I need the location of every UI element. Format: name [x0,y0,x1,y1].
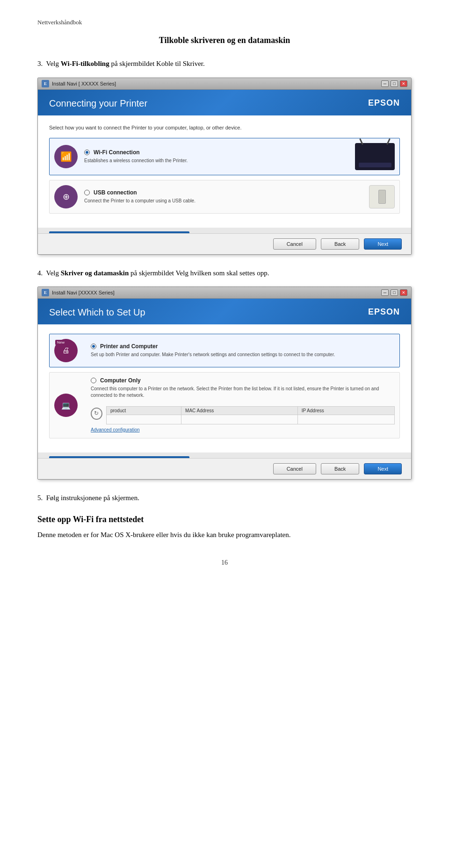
section-heading: Sette opp Wi-Fi fra nettstedet [37,515,412,524]
step4-text: 4. Velg Skriver og datamaskin på skjermb… [37,268,412,279]
window2-progress [38,452,411,458]
w2-close-button[interactable]: ✕ [400,289,407,296]
w2-maximize-button[interactable]: □ [391,289,398,296]
table-header-product: product [106,407,181,415]
wifi-option-desc: Establishes a wireless connection with t… [84,158,348,164]
usb-option-icon: ⊕ [54,185,78,208]
printer-computer-radio[interactable] [91,344,96,349]
window1-titlebar-left: E Install Navi [ XXXXX Series] [42,80,116,87]
section-description: Denne metoden er for Mac OS X-brukere el… [37,529,412,540]
window2-footer: Cancel Back Next [38,458,411,479]
close-button[interactable]: ✕ [400,80,407,87]
window1-back-button[interactable]: Back [321,238,359,250]
window2-body: 🖨 New Printer and Computer Set up both P… [38,324,411,452]
window-connecting-printer: E Install Navi [ XXXXX Series] ─ □ ✕ Con… [37,78,412,255]
usb-icon: ⊕ [63,192,70,202]
table-row [106,415,394,424]
table-header-mac: MAC Address [181,407,298,415]
usb-option-content: USB connection Connect the Printer to a … [84,189,362,204]
refresh-row: ↻ product MAC Address IP Address [91,402,395,424]
window1-subtitle: Select how you want to connect the Print… [49,125,400,130]
page-title: Tilkoble skriveren og en datamaskin [37,36,412,45]
window1-footer: Cancel Back Next [38,233,411,254]
usb-radio[interactable] [84,190,90,195]
window1-next-button[interactable]: Next [364,238,402,250]
table-cell-ip [297,415,394,424]
printer-computer-label-row: Printer and Computer [91,343,395,350]
window2-titlebar-left: E Install Navi [XXXXX Series] [42,289,115,296]
computer-only-content: Computer Only Connect this computer to a… [91,377,395,433]
printer-computer-desc: Set up both Printer and computer. Make P… [91,352,395,358]
computer-icon: 💻 [61,401,71,410]
wifi-icon: 📶 [60,151,72,162]
window2-back-button[interactable]: Back [321,463,359,474]
window2-titlebar-text: Install Navi [XXXXX Series] [52,290,115,295]
advanced-config-link[interactable]: Advanced configuration [91,427,140,432]
window2-header: Select Which to Set Up EPSON [38,299,411,324]
window1-body: Select how you want to connect the Print… [38,115,411,228]
window1-controls: ─ □ ✕ [381,80,407,87]
printer-icon: 🖨 [62,346,70,355]
w2-minimize-button[interactable]: ─ [381,289,389,296]
epson-logo: EPSON [368,98,400,108]
wifi-label-row: Wi-Fi Connection [84,149,348,156]
window1-header-title: Connecting your Printer [49,98,147,109]
wifi-option-icon: 📶 [54,145,78,168]
printer-computer-content: Printer and Computer Set up both Printer… [91,343,395,358]
printer-computer-icon-wrapper: 🖨 New [54,339,78,362]
header-title: Nettverkshåndbok [37,19,412,26]
window2-cancel-button[interactable]: Cancel [273,463,316,474]
refresh-icon: ↻ [94,410,99,417]
table-cell-product [106,415,181,424]
table-header-ip: IP Address [297,407,394,415]
window1-cancel-button[interactable]: Cancel [273,238,316,250]
step3-text: 3. Velg Wi-Fi-tilkobling på skjermbildet… [37,58,412,69]
usb-option-row[interactable]: ⊕ USB connection Connect the Printer to … [49,180,400,214]
refresh-button[interactable]: ↻ [91,408,102,420]
window2-next-button[interactable]: Next [364,463,402,474]
computer-only-label: Computer Only [100,377,141,384]
printer-computer-label: Printer and Computer [100,343,158,350]
wifi-option-row[interactable]: 📶 Wi-Fi Connection Establishes a wireles… [49,138,400,175]
wifi-option-label: Wi-Fi Connection [94,149,140,156]
printer-computer-option-row[interactable]: 🖨 New Printer and Computer Set up both P… [49,334,400,367]
device-table: product MAC Address IP Address [106,406,395,424]
step5-text: 5. Følg instruksjonene på skjermen. [37,493,412,503]
usb-label-row: USB connection [84,189,362,196]
table-cell-mac [181,415,298,424]
computer-only-radio[interactable] [91,378,96,383]
window1-icon: E [42,80,49,87]
window2-titlebar: E Install Navi [XXXXX Series] ─ □ ✕ [38,287,411,299]
usb-option-label: USB connection [94,189,137,196]
window1-header: Connecting your Printer EPSON [38,90,411,115]
wifi-radio[interactable] [84,150,90,155]
new-badge: New [55,340,66,345]
window2-header-title: Select Which to Set Up [49,307,145,318]
usb-option-desc: Connect the Printer to a computer using … [84,198,362,204]
computer-only-icon-wrapper: 💻 [54,394,78,417]
window2-icon: E [42,289,49,296]
computer-only-desc: Connect this computer to a Printer on th… [91,386,395,399]
page-number: 16 [37,559,412,567]
wifi-option-content: Wi-Fi Connection Establishes a wireless … [84,149,348,164]
window1-progress [38,228,411,233]
minimize-button[interactable]: ─ [381,80,389,87]
computer-only-option-row[interactable]: 💻 Computer Only Connect this computer to… [49,372,400,438]
wifi-option-image [355,143,395,170]
window1-titlebar-text: Install Navi [ XXXXX Series] [52,81,116,86]
usb-option-image [369,185,395,208]
window-select-setup: E Install Navi [XXXXX Series] ─ □ ✕ Sele… [37,287,412,480]
window1-titlebar: E Install Navi [ XXXXX Series] ─ □ ✕ [38,78,411,90]
computer-only-icon: 💻 [54,394,78,417]
window2-epson-logo: EPSON [368,307,400,317]
maximize-button[interactable]: □ [391,80,398,87]
window2-controls: ─ □ ✕ [381,289,407,296]
computer-only-label-row: Computer Only [91,377,395,384]
